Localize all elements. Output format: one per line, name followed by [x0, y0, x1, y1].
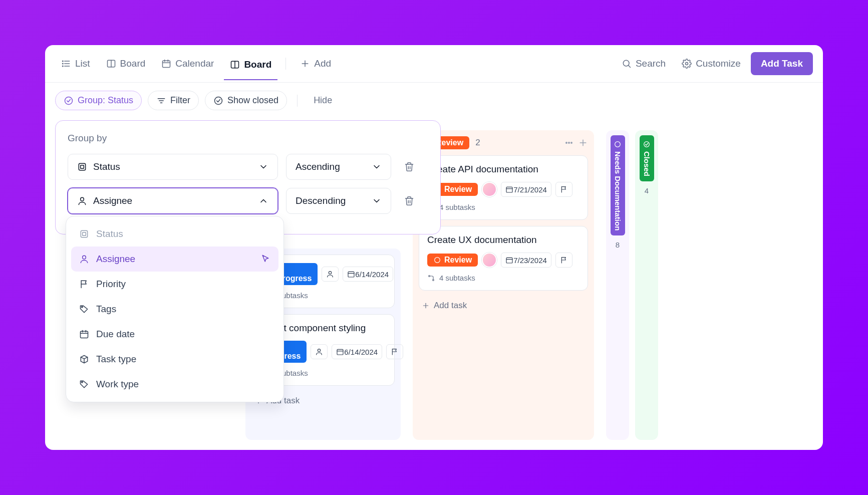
dropdown-option-priority[interactable]: Priority: [71, 272, 278, 297]
calendar-icon: [79, 329, 89, 339]
dropdown-option-label: Status: [96, 228, 270, 239]
calendar-icon: [336, 348, 344, 356]
app-window: List Board Calendar Board Add Search Cus…: [45, 45, 823, 450]
task-title: Create API documentation: [427, 164, 580, 175]
flag-chip[interactable]: [386, 344, 403, 359]
add-view-label: Add: [314, 58, 331, 69]
svg-point-51: [566, 142, 567, 144]
svg-point-61: [435, 258, 440, 263]
flag-icon: [79, 279, 89, 289]
view-tab-label: Board: [244, 59, 271, 70]
add-view-button[interactable]: Add: [294, 54, 337, 73]
calendar-icon: [505, 185, 513, 193]
svg-rect-27: [81, 230, 87, 237]
assignee-chip[interactable]: [322, 267, 339, 282]
add-task-button[interactable]: Add Task: [751, 52, 813, 75]
flag-chip[interactable]: [555, 182, 572, 197]
view-tab-board-active[interactable]: Board: [224, 55, 277, 80]
svg-rect-57: [506, 187, 512, 192]
dropdown-option-tags[interactable]: Tags: [71, 297, 278, 322]
hide-button[interactable]: Hide: [308, 91, 338, 110]
column-collapsed-closed[interactable]: Closed 4: [635, 130, 658, 440]
column-collapsed-needs-documentation[interactable]: Needs Documentation 8: [606, 130, 629, 440]
calendar-icon: [505, 256, 513, 264]
check-circle-icon: [64, 96, 74, 106]
more-icon[interactable]: [564, 138, 574, 148]
tag-icon: [79, 304, 89, 314]
assignee-chip[interactable]: [311, 344, 328, 359]
filter-toolbar: Group: Status Filter Show closed Hide: [45, 83, 823, 118]
groupby-order-select-ascending[interactable]: Ascending: [286, 154, 391, 180]
groupby-order-select-descending[interactable]: Descending: [286, 188, 391, 214]
svg-rect-31: [81, 331, 88, 338]
customize-button[interactable]: Customize: [676, 54, 747, 73]
avatar[interactable]: [482, 253, 497, 268]
column-count: 4: [645, 186, 649, 195]
groupby-field-select-assignee[interactable]: Assignee: [68, 188, 278, 214]
task-card[interactable]: Create API documentation Review 7/21/202…: [419, 155, 588, 220]
dropdown-option-label: Priority: [96, 279, 270, 290]
groupby-row-status: Status Ascending: [68, 154, 428, 180]
view-tab-list[interactable]: List: [55, 54, 96, 73]
column-count: 2: [475, 138, 480, 148]
dropdown-option-assignee[interactable]: Assignee: [71, 246, 278, 272]
cursor-icon: [260, 254, 270, 264]
status-badge-vertical: Needs Documentation: [611, 135, 625, 235]
groupby-field-select-status[interactable]: Status: [68, 154, 278, 180]
search-icon: [622, 59, 632, 69]
view-tab-board-1[interactable]: Board: [100, 54, 152, 73]
task-card[interactable]: Create UX documentation Review 7/23/2024…: [419, 226, 588, 291]
dropdown-option-label: Tags: [96, 304, 270, 315]
filter-pill[interactable]: Filter: [148, 91, 199, 110]
show-closed-pill[interactable]: Show closed: [205, 91, 287, 110]
check-icon: [643, 140, 651, 148]
search-label: Search: [636, 58, 666, 69]
dropdown-option-tasktype[interactable]: Task type: [71, 347, 278, 372]
dropdown-option-worktype[interactable]: Work type: [71, 372, 278, 397]
delete-group-button[interactable]: [399, 191, 419, 211]
select-value: Descending: [296, 195, 366, 206]
svg-point-52: [568, 142, 570, 144]
plus-icon[interactable]: [578, 138, 588, 148]
flag-chip[interactable]: [555, 253, 572, 268]
flag-icon: [560, 185, 568, 193]
delete-group-button[interactable]: [399, 157, 419, 177]
divider: [297, 95, 298, 107]
date-chip[interactable]: 7/23/2024: [501, 253, 551, 268]
add-task-link[interactable]: Add task: [419, 297, 588, 315]
svg-point-68: [615, 142, 621, 147]
person-icon: [77, 196, 87, 206]
gear-icon: [682, 59, 692, 69]
date-chip[interactable]: 7/21/2024: [501, 182, 551, 197]
dropdown-option-duedate[interactable]: Due date: [71, 322, 278, 347]
search-button[interactable]: Search: [616, 54, 672, 73]
svg-rect-39: [348, 272, 354, 277]
view-tab-label: Calendar: [175, 58, 214, 69]
svg-point-30: [82, 307, 83, 308]
popover-title: Group by: [68, 133, 428, 144]
date-chip[interactable]: 6/14/2024: [343, 267, 393, 282]
view-tab-calendar[interactable]: Calendar: [155, 54, 220, 73]
main-area: Group by Status Ascending Ass: [45, 118, 823, 450]
person-icon: [315, 348, 323, 356]
group-pill-label: Group: Status: [78, 95, 133, 106]
group-pill[interactable]: Group: Status: [55, 91, 142, 110]
show-closed-label: Show closed: [227, 95, 278, 106]
svg-point-36: [82, 382, 83, 383]
svg-point-23: [215, 97, 222, 104]
svg-point-26: [81, 197, 84, 201]
plus-icon: [422, 302, 430, 310]
svg-point-53: [571, 142, 572, 144]
avatar[interactable]: [482, 182, 497, 197]
svg-point-4: [63, 63, 64, 64]
groupby-row-assignee: Assignee Descending: [68, 188, 428, 214]
dropdown-option-status[interactable]: Status: [71, 221, 278, 246]
column-header: Review 2: [419, 136, 588, 149]
trash-icon: [404, 196, 414, 206]
svg-point-38: [329, 272, 332, 274]
svg-rect-62: [506, 258, 512, 263]
chevron-down-icon: [372, 162, 382, 172]
status-badge: Review: [427, 254, 478, 267]
task-title: Create UX documentation: [427, 234, 580, 245]
date-chip[interactable]: 6/14/2024: [332, 344, 382, 359]
